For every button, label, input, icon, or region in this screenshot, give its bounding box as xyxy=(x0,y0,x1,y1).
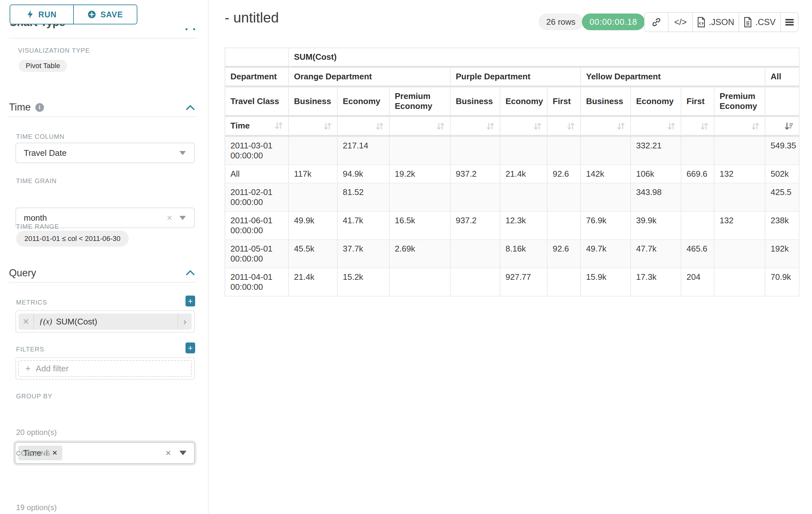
sort-icon[interactable] xyxy=(323,122,332,131)
pivot-row-header: 2011-04-01 00:00:00 xyxy=(225,268,289,296)
add-metric-button[interactable]: + xyxy=(185,296,195,306)
fx-icon: ƒ(x) xyxy=(39,317,52,326)
pivot-cell: 132 xyxy=(714,165,765,183)
pivot-cell: 16.5k xyxy=(389,211,450,240)
metric-pill[interactable]: ✕ ƒ(x) SUM(Cost) › xyxy=(19,314,192,330)
pivot-cell: 47.7k xyxy=(631,240,681,268)
time-range-pill[interactable]: 2011-01-01 ≤ col < 2011-06-30 xyxy=(16,231,129,247)
share-link-button[interactable] xyxy=(645,13,668,31)
menu-icon xyxy=(785,18,794,26)
pivot-subcol-header: Premium Economy xyxy=(714,86,765,116)
pivot-cell xyxy=(547,211,581,240)
pivot-cell: 927.77 xyxy=(500,268,547,296)
remove-tag-icon[interactable]: ✕ xyxy=(52,449,58,457)
sort-icon[interactable] xyxy=(667,122,675,131)
export-json-button[interactable]: .JSON xyxy=(692,13,738,31)
pivot-cell: 12.3k xyxy=(500,211,547,240)
sort-icon[interactable] xyxy=(375,122,384,131)
pivot-subcol-header: Business xyxy=(450,86,500,116)
query-section-title: Query xyxy=(9,267,36,279)
clear-icon[interactable]: × xyxy=(165,448,171,458)
pivot-cell: 549.35 xyxy=(765,136,799,165)
pivot-colgroup-header: Orange Department xyxy=(289,67,450,86)
info-icon[interactable]: i xyxy=(35,103,44,112)
pivot-row-header: 2011-03-01 00:00:00 xyxy=(225,136,289,165)
pivot-sort-cell[interactable] xyxy=(389,116,450,136)
pivot-cell: 70.9k xyxy=(765,268,799,296)
pivot-subcol-header: Economy xyxy=(500,86,547,116)
code-icon: </> xyxy=(674,17,687,27)
pivot-cell: 465.6 xyxy=(681,240,714,268)
remove-metric-icon[interactable]: ✕ xyxy=(19,314,34,330)
sort-icon[interactable] xyxy=(486,122,495,131)
sort-icon[interactable] xyxy=(616,122,625,131)
pivot-cell: 343.98 xyxy=(631,183,681,211)
pivot-cell: 94.9k xyxy=(337,165,389,183)
pivot-sort-cell[interactable] xyxy=(581,116,631,136)
time-grain-label: TIME GRAIN xyxy=(16,177,57,185)
pivot-row-header: All xyxy=(225,165,289,183)
pivot-cell: 8.16k xyxy=(500,240,547,268)
pivot-sort-cell[interactable] xyxy=(681,116,714,136)
pivot-sort-cell[interactable] xyxy=(337,116,389,136)
pivot-subcol-header: Business xyxy=(581,86,631,116)
pivot-sort-cell[interactable] xyxy=(500,116,547,136)
pivot-cell xyxy=(450,240,500,268)
pivot-sort-cell[interactable] xyxy=(714,116,765,136)
export-csv-button[interactable]: .CSV xyxy=(738,13,780,31)
arrow-right-icon[interactable]: › xyxy=(177,314,192,330)
time-column-select[interactable]: Travel Date xyxy=(16,143,195,163)
clear-icon[interactable]: × xyxy=(167,213,172,223)
viz-type-pill[interactable]: Pivot Table xyxy=(19,60,67,72)
pivot-rowdim-header: Travel Class xyxy=(225,86,289,116)
pivot-colgroup-header: Purple Department xyxy=(450,67,581,86)
pivot-cell xyxy=(581,136,631,165)
view-query-button[interactable]: </> xyxy=(668,13,692,31)
pivot-subcol-header: Economy xyxy=(631,86,681,116)
chart-title[interactable]: - untitled xyxy=(225,10,279,26)
table-row: 2011-06-01 00:00:0049.9k41.7k16.5k937.21… xyxy=(225,211,799,240)
sort-icon[interactable] xyxy=(274,121,283,130)
pivot-cell: 669.6 xyxy=(681,165,714,183)
menu-button[interactable] xyxy=(780,13,798,31)
section-divider xyxy=(9,116,196,117)
pivot-cell: 15.9k xyxy=(581,268,631,296)
pivot-sort-cell[interactable] xyxy=(765,116,799,136)
pivot-cell: 76.9k xyxy=(581,211,631,240)
chart-panel: - untitled 26 rows 00:00:00.18 </> .JSON xyxy=(209,0,812,514)
sort-icon[interactable] xyxy=(533,122,542,131)
pivot-cell: 39.9k xyxy=(631,211,681,240)
pivot-cell xyxy=(289,183,337,211)
pivot-sort-cell[interactable] xyxy=(450,116,500,136)
pivot-sort-cell[interactable] xyxy=(547,116,581,136)
section-divider xyxy=(9,282,196,283)
pivot-cell: 49.9k xyxy=(289,211,337,240)
pivot-cell xyxy=(450,268,500,296)
caret-down-icon xyxy=(179,151,186,155)
pivot-cell: 217.14 xyxy=(337,136,389,165)
sort-icon[interactable] xyxy=(567,122,575,131)
sort-desc-icon[interactable] xyxy=(784,122,794,131)
pivot-subcol-header xyxy=(765,86,799,116)
plus-circle-icon xyxy=(88,10,96,19)
add-filter-button[interactable]: + Add filter xyxy=(18,360,192,377)
sort-icon[interactable] xyxy=(751,122,760,131)
chevron-up-icon[interactable] xyxy=(185,270,195,276)
run-button[interactable]: RUN xyxy=(10,5,73,24)
save-button[interactable]: SAVE xyxy=(73,5,137,24)
row-count-badge: 26 rows xyxy=(539,13,583,30)
pivot-row-header: 2011-05-01 00:00:00 xyxy=(225,240,289,268)
pivot-table-container: SUM(Cost)DepartmentOrange DepartmentPurp… xyxy=(225,48,800,297)
chevron-up-icon[interactable] xyxy=(185,105,195,110)
filters-label: FILTERS xyxy=(16,346,44,353)
pivot-cell xyxy=(289,136,337,165)
pivot-cell: 92.6 xyxy=(547,165,581,183)
sort-icon[interactable] xyxy=(700,122,709,131)
pivot-sort-cell[interactable] xyxy=(289,116,337,136)
pivot-sort-cell[interactable] xyxy=(631,116,681,136)
add-filter-plus-button[interactable]: + xyxy=(185,343,195,353)
pivot-cell xyxy=(714,240,765,268)
pivot-cell xyxy=(681,211,714,240)
table-row: 2011-03-01 00:00:00217.14332.21549.35 xyxy=(225,136,799,165)
sort-icon[interactable] xyxy=(436,122,445,131)
